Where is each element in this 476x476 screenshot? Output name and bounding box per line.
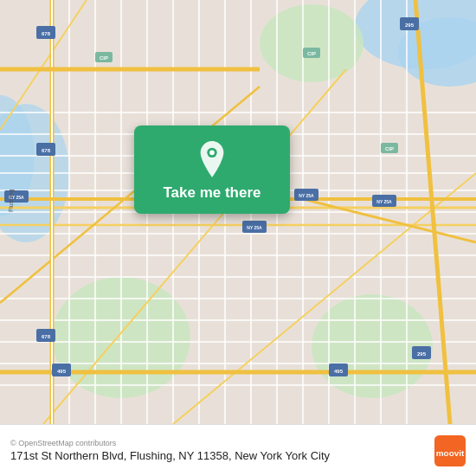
svg-point-80 — [209, 151, 215, 156]
bottom-bar: © OpenStreetMap contributors 171st St No… — [0, 424, 476, 476]
bottom-info: © OpenStreetMap contributors 171st St No… — [10, 439, 330, 462]
svg-text:295: 295 — [405, 23, 415, 28]
svg-text:678: 678 — [42, 334, 51, 339]
svg-text:CIP: CIP — [385, 146, 394, 151]
address-city: York City — [286, 449, 331, 462]
svg-text:678: 678 — [42, 31, 51, 36]
svg-text:CIP: CIP — [100, 55, 108, 61]
svg-text:moovit: moovit — [436, 448, 465, 458]
osm-attribution: © OpenStreetMap contributors — [10, 439, 330, 447]
cta-button-label: Take me there — [163, 184, 261, 202]
svg-text:495: 495 — [334, 369, 344, 374]
take-me-there-button[interactable]: Take me there — [134, 125, 290, 214]
svg-text:CIP: CIP — [307, 51, 316, 56]
map-container: 678 I 678 678 295 295 495 495 NY 25A NY … — [0, 0, 476, 424]
cta-button-container: Take me there — [134, 125, 290, 214]
svg-text:495: 495 — [57, 369, 67, 374]
svg-text:I: I — [45, 21, 46, 26]
svg-text:295: 295 — [417, 351, 427, 357]
svg-text:NY 25A: NY 25A — [299, 193, 314, 198]
location-pin-icon — [196, 141, 228, 177]
address-label: 171st St Northern Blvd, Flushing, NY 113… — [10, 449, 330, 462]
address-line: 171st St Northern Blvd, Flushing, NY 113… — [10, 449, 282, 462]
svg-text:NY 25A: NY 25A — [247, 225, 262, 230]
svg-point-5 — [260, 4, 363, 82]
svg-text:Flushing: Flushing — [8, 189, 15, 212]
moovit-logo-icon: moovit — [434, 435, 466, 466]
svg-text:678: 678 — [42, 148, 51, 153]
moovit-logo: moovit — [434, 435, 466, 466]
svg-text:NY 25A: NY 25A — [376, 199, 392, 204]
